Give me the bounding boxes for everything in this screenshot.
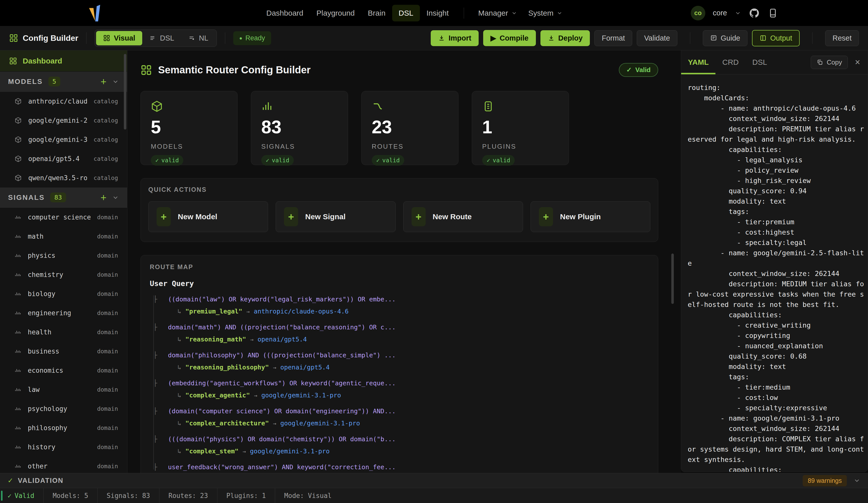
nav-item-dashboard[interactable]: Dashboard bbox=[260, 5, 310, 21]
close-icon[interactable]: × bbox=[853, 57, 862, 67]
quick-action-button[interactable]: + New Route bbox=[403, 201, 523, 232]
copy-button[interactable]: Copy bbox=[811, 56, 848, 69]
signals-section-title: SIGNALS bbox=[8, 193, 45, 202]
mode-tab-dsl[interactable]: DSL bbox=[142, 31, 181, 45]
route-target: ↳ reasoning_math → openai/gpt5.4 bbox=[168, 334, 649, 345]
cube-icon bbox=[151, 100, 163, 112]
nav-item-brain[interactable]: Brain bbox=[361, 5, 392, 21]
signals-section-header[interactable]: SIGNALS 83 + bbox=[0, 188, 127, 208]
signal-list-item[interactable]: psychology domain bbox=[0, 399, 127, 418]
add-signal-button[interactable]: + bbox=[101, 192, 106, 202]
main-content: Semantic Router Config Builder ✓ Valid 5… bbox=[127, 50, 681, 473]
route-entry[interactable]: ├ (((domain("physics") OR domain("chemis… bbox=[168, 434, 649, 457]
route-condition: ├ user_feedback("wrong_answer") AND keyw… bbox=[168, 462, 649, 472]
quick-action-button[interactable]: + New Model bbox=[148, 201, 268, 232]
signal-list-item[interactable]: law domain bbox=[0, 380, 127, 399]
signal-list-item[interactable]: business domain bbox=[0, 342, 127, 361]
signal-list-item[interactable]: history domain bbox=[0, 438, 127, 457]
builder-toolbar: Config Builder Visual DSL NL ● Ready Imp… bbox=[0, 26, 868, 50]
signal-list-item[interactable]: health domain bbox=[0, 323, 127, 342]
route-target: ↳ premium_legal → anthropic/claude-opus-… bbox=[168, 306, 649, 317]
mode-tab-nl[interactable]: NL bbox=[181, 31, 215, 45]
route-entry[interactable]: ├ (domain("computer science") OR domain(… bbox=[168, 406, 649, 429]
compile-button[interactable]: ▶ Compile bbox=[483, 30, 536, 46]
signal-list-item[interactable]: computer science domain bbox=[0, 208, 127, 227]
reset-button[interactable]: Reset bbox=[825, 30, 859, 46]
model-list-item[interactable]: google/gemini-2.… catalog bbox=[0, 111, 127, 130]
signal-list-item[interactable]: biology domain bbox=[0, 284, 127, 303]
output-button[interactable]: Output bbox=[752, 30, 800, 46]
status-item: Mode: Visual bbox=[275, 488, 341, 503]
stat-card-plugins: 1 PLUGINS ✓valid bbox=[472, 91, 569, 165]
sidebar-scrollbar[interactable] bbox=[124, 54, 126, 129]
route-map-tree: ├ ((domain("law") OR keyword("legal_risk… bbox=[153, 294, 649, 473]
signal-name: health bbox=[28, 328, 91, 336]
signal-list-item[interactable]: other domain bbox=[0, 457, 127, 473]
model-name: qwen/qwen3.5-rocm bbox=[28, 174, 87, 182]
model-list-item[interactable]: anthropic/claude… catalog bbox=[0, 92, 127, 111]
yaml-code: routing: modelCards: - name: anthropic/c… bbox=[681, 74, 868, 472]
sidebar-item-dashboard[interactable]: Dashboard bbox=[0, 50, 127, 72]
signal-list-item[interactable]: chemistry domain bbox=[0, 265, 127, 284]
format-button[interactable]: Format bbox=[595, 30, 632, 46]
route-entry[interactable]: ├ user_feedback("wrong_answer") AND keyw… bbox=[168, 462, 649, 473]
signal-list-item[interactable]: economics domain bbox=[0, 361, 127, 380]
signal-name: law bbox=[28, 386, 91, 394]
signal-list-item[interactable]: philosophy domain bbox=[0, 418, 127, 438]
signal-tag: domain bbox=[97, 291, 118, 297]
model-tag: catalog bbox=[94, 156, 118, 162]
tab-crd[interactable]: CRD bbox=[715, 50, 745, 74]
tab-yaml[interactable]: YAML bbox=[681, 50, 715, 74]
brand-logo-icon[interactable] bbox=[88, 5, 102, 21]
stat-valid-badge: ✓valid bbox=[372, 155, 404, 166]
model-list-item[interactable]: google/gemini-3.… catalog bbox=[0, 130, 127, 149]
signal-list-item[interactable]: engineering domain bbox=[0, 303, 127, 323]
import-button[interactable]: Import bbox=[431, 30, 479, 46]
signal-list-item[interactable]: math domain bbox=[0, 227, 127, 246]
route-entry[interactable]: ├ (embedding("agentic_workflows") OR key… bbox=[168, 378, 649, 401]
signals-count-badge: 83 bbox=[50, 192, 66, 202]
route-entry[interactable]: ├ ((domain("law") OR keyword("legal_risk… bbox=[168, 294, 649, 317]
nav-item-dsl[interactable]: DSL bbox=[392, 5, 420, 21]
tablet-icon[interactable] bbox=[767, 8, 778, 18]
chevron-down-icon[interactable] bbox=[112, 194, 119, 201]
signal-list-item[interactable]: physics domain bbox=[0, 246, 127, 265]
nav-item-playground[interactable]: Playground bbox=[310, 5, 361, 21]
model-list-item[interactable]: openai/gpt5.4 catalog bbox=[0, 149, 127, 168]
route-condition: ├ (domain("computer science") OR domain(… bbox=[168, 406, 649, 416]
route-icon bbox=[372, 100, 384, 112]
output-button-label: Output bbox=[770, 34, 792, 42]
user-name[interactable]: core bbox=[713, 9, 727, 17]
quick-action-button[interactable]: + New Signal bbox=[276, 201, 395, 232]
route-entry[interactable]: ├ domain("math") AND ((projection("balan… bbox=[168, 322, 649, 345]
route-target: ↳ complex_agentic → google/gemini-3.1-pr… bbox=[168, 390, 649, 401]
validate-button-label: Validate bbox=[644, 34, 670, 42]
menu-system[interactable]: System bbox=[523, 5, 568, 21]
main-scrollbar[interactable] bbox=[671, 253, 674, 304]
avatar[interactable]: co bbox=[691, 6, 705, 20]
mode-tab-visual[interactable]: Visual bbox=[96, 31, 142, 45]
chevron-down-icon[interactable] bbox=[112, 78, 119, 85]
cube-icon bbox=[14, 155, 22, 162]
route-model: google/gemini-3.1-pro bbox=[261, 390, 341, 400]
app-title: Config Builder bbox=[9, 33, 78, 43]
validate-button[interactable]: Validate bbox=[637, 30, 678, 46]
deploy-button[interactable]: Deploy bbox=[540, 30, 590, 46]
menu-manager[interactable]: Manager bbox=[473, 5, 523, 21]
signal-name: psychology bbox=[28, 405, 91, 412]
quick-action-label: New Route bbox=[433, 212, 472, 221]
chevron-down-icon[interactable] bbox=[735, 10, 741, 17]
github-icon[interactable] bbox=[749, 8, 760, 19]
model-list-item[interactable]: qwen/qwen3.5-rocm catalog bbox=[0, 168, 127, 188]
models-section-header[interactable]: MODELS 5 + bbox=[0, 72, 127, 92]
tab-dsl[interactable]: DSL bbox=[745, 50, 774, 74]
quick-action-button[interactable]: + New Plugin bbox=[530, 201, 650, 232]
check-icon: ✓ bbox=[627, 66, 632, 74]
route-entry[interactable]: ├ domain("philosophy") AND (((projection… bbox=[168, 350, 649, 373]
warnings-badge[interactable]: 89 warnings bbox=[803, 475, 847, 486]
chevron-down-icon[interactable] bbox=[854, 477, 860, 484]
nav-item-insight[interactable]: Insight bbox=[420, 5, 455, 21]
add-model-button[interactable]: + bbox=[101, 77, 106, 87]
guide-button[interactable]: Guide bbox=[703, 30, 747, 46]
check-icon: ✓ bbox=[8, 476, 13, 485]
